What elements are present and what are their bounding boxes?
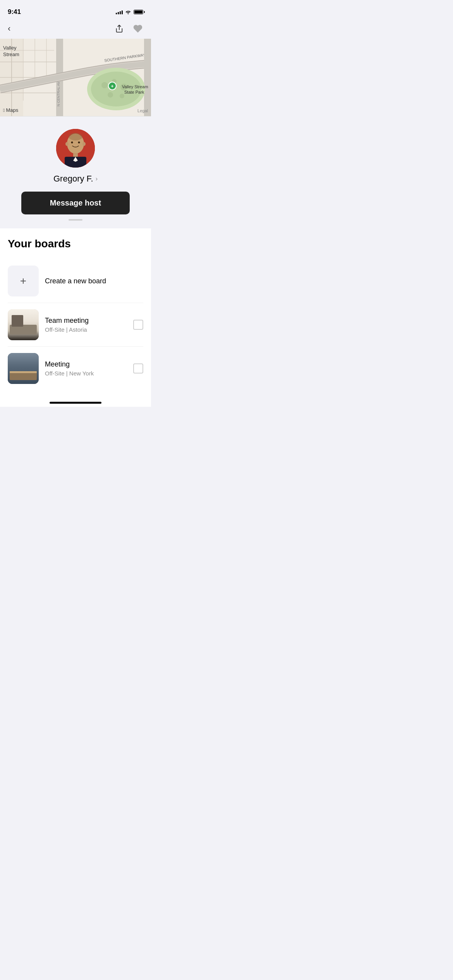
svg-point-30 xyxy=(71,142,73,144)
share-icon xyxy=(115,24,124,33)
host-name[interactable]: Gregory F. › xyxy=(53,174,98,184)
status-time: 9:41 xyxy=(8,8,21,16)
host-name-text: Gregory F. xyxy=(53,174,93,184)
svg-point-18 xyxy=(101,82,108,88)
board-checkbox-1[interactable] xyxy=(133,363,143,373)
svg-rect-15 xyxy=(144,39,151,116)
board-name-1: Meeting xyxy=(45,360,127,368)
map-location-label: Valley Stream xyxy=(3,45,19,58)
board-thumbnail-0 xyxy=(8,309,39,340)
board-item-0[interactable]: Team meeting Off-Site | Astoria xyxy=(8,303,143,346)
nav-actions xyxy=(112,22,145,36)
nav-bar: ‹ xyxy=(0,19,151,39)
battery-icon xyxy=(134,10,143,14)
board-thumbnail-1 xyxy=(8,353,39,384)
host-section: Gregory F. › Message host xyxy=(0,117,151,228)
board-subtitle-1: Off-Site | New York xyxy=(45,370,127,377)
create-board-icon-box: + xyxy=(8,266,39,296)
svg-point-29 xyxy=(69,133,82,140)
signal-bar-4 xyxy=(122,10,123,14)
host-avatar[interactable] xyxy=(56,129,95,168)
board-thumbnail-image-0 xyxy=(8,309,39,340)
share-button[interactable] xyxy=(112,22,126,36)
create-board-item[interactable]: + Create a new board xyxy=(8,259,143,303)
map-container: N CENTRAL AVE SOUTHERN PARKWAY E xyxy=(0,39,151,116)
back-button[interactable]: ‹ xyxy=(6,22,12,35)
avatar-svg xyxy=(56,129,95,168)
signal-bar-3 xyxy=(120,11,121,14)
home-bar xyxy=(50,402,101,404)
signal-bar-2 xyxy=(118,12,119,14)
signal-bar-1 xyxy=(116,13,117,14)
board-subtitle-0: Off-Site | Astoria xyxy=(45,326,127,333)
svg-point-0 xyxy=(128,14,129,15)
svg-point-32 xyxy=(65,142,69,146)
board-thumbnail-image-1 xyxy=(8,353,39,384)
map-legal-text: Legal xyxy=(137,108,148,113)
heart-button[interactable] xyxy=(131,22,145,36)
svg-text:Valley Stream: Valley Stream xyxy=(122,84,148,89)
board-info-1: Meeting Off-Site | New York xyxy=(45,360,127,377)
boards-section: Your boards + Create a new board Team me… xyxy=(0,228,151,398)
main-content: Your boards + Create a new board Team me… xyxy=(0,228,151,398)
board-info-0: Team meeting Off-Site | Astoria xyxy=(45,317,127,333)
status-icons xyxy=(116,10,143,14)
map-svg: N CENTRAL AVE SOUTHERN PARKWAY E xyxy=(0,39,151,116)
board-checkbox-0[interactable] xyxy=(133,320,143,330)
svg-text:N CENTRAL AVE: N CENTRAL AVE xyxy=(57,79,60,106)
message-host-button[interactable]: Message host xyxy=(21,192,130,214)
signal-bars-icon xyxy=(116,10,123,14)
maps-logo:  Maps xyxy=(3,107,18,113)
heart-icon xyxy=(133,24,142,33)
map-background: N CENTRAL AVE SOUTHERN PARKWAY E xyxy=(0,39,151,116)
boards-title: Your boards xyxy=(8,238,143,250)
home-indicator xyxy=(0,398,151,407)
svg-point-21 xyxy=(108,92,113,98)
svg-point-22 xyxy=(120,94,124,98)
board-name-0: Team meeting xyxy=(45,317,127,325)
svg-text:State Park: State Park xyxy=(124,90,144,94)
sheet-handle xyxy=(69,219,82,221)
plus-icon: + xyxy=(20,275,26,287)
host-chevron-icon: › xyxy=(96,175,98,182)
status-bar: 9:41 xyxy=(0,0,151,19)
chevron-left-icon: ‹ xyxy=(8,24,10,33)
svg-text:+: + xyxy=(111,84,113,89)
svg-point-33 xyxy=(82,142,86,146)
svg-point-31 xyxy=(78,142,80,144)
svg-point-17 xyxy=(91,72,141,106)
board-item-1[interactable]: Meeting Off-Site | New York xyxy=(8,346,143,390)
avatar-image xyxy=(56,129,95,168)
wifi-icon xyxy=(125,10,131,14)
battery-fill xyxy=(134,10,142,14)
create-board-label: Create a new board xyxy=(45,277,106,285)
